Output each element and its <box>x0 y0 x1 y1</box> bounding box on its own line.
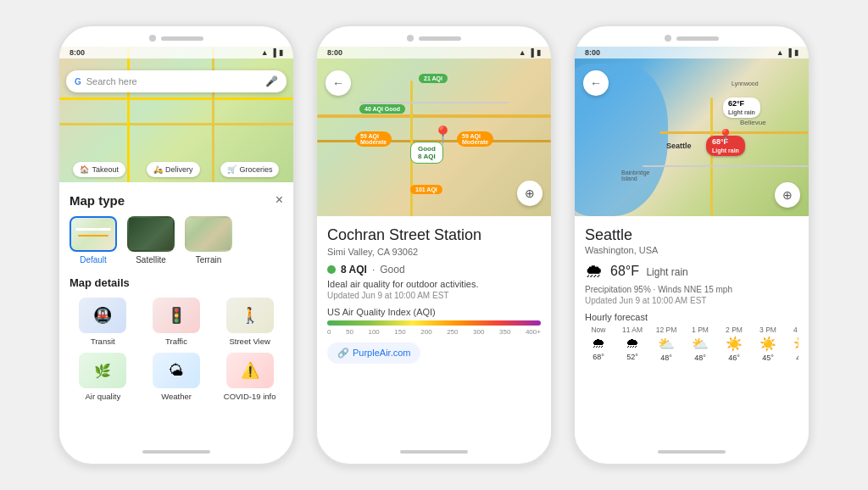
aqi-badge-21: 21 AQI <box>419 74 448 83</box>
phone3-wifi: ▲ <box>776 48 784 57</box>
phone2-bottom-bar <box>317 443 551 464</box>
seattle-label: Seattle <box>666 142 692 150</box>
phone3-map: 8:00 ▲ ▐ ▮ ← 62°FLight rain <box>575 47 809 216</box>
weather-info: 68°F Light rain <box>610 264 688 279</box>
detail-streetview[interactable]: 🚶 Street View <box>216 298 283 346</box>
phone1-time: 8:00 <box>70 48 85 57</box>
phone2-back-btn[interactable]: ← <box>326 70 351 96</box>
covid-thumb: ⚠️ <box>226 353 274 388</box>
phone1-bottom-bar <box>59 443 293 464</box>
airquality-thumb: 🌿 <box>79 353 126 388</box>
phone2-home-bar <box>400 450 468 454</box>
phone-3: 8:00 ▲ ▐ ▮ ← 62°FLight rain <box>573 25 810 465</box>
detail-transit[interactable]: 🚇 Transit <box>70 298 136 346</box>
aqi-scale-bar <box>327 320 541 326</box>
aqi-dot <box>327 265 336 274</box>
hourly-section: Hourly forecast Now 🌧 68° 11 AM 🌧 52° <box>585 312 798 362</box>
hourly-item-1: 11 AM 🌧 52° <box>619 326 646 362</box>
streetview-icon: 🚶 <box>241 306 259 325</box>
weather-detail-icon: 🌤 <box>169 362 184 380</box>
airquality-label: Air quality <box>85 392 120 401</box>
hourly-item-3: 1 PM ⛅ 48° <box>687 326 714 362</box>
weather-main: 🌧 68°F Light rain <box>585 260 798 282</box>
hourly-item-4: 2 PM ☀️ 46° <box>721 326 748 362</box>
phone3-status-icons: ▲ ▐ ▮ <box>776 48 798 57</box>
temp-badge-62: 62°FLight rain <box>723 97 760 118</box>
aqi-quality: Good <box>380 264 404 276</box>
transit-label: Transit <box>91 337 115 346</box>
takeout-btn[interactable]: 🏠 Takeout <box>73 162 125 177</box>
hourly-label: Hourly forecast <box>585 312 798 322</box>
weather-temp: 68°F Light rain <box>610 264 688 278</box>
traffic-icon: 🚦 <box>167 306 186 325</box>
weather-label: Weather <box>161 392 192 401</box>
terrain-label: Terrain <box>196 255 222 264</box>
weather-details: Precipitation 95% · Winds NNE 15 mph <box>585 285 798 294</box>
takeout-label: Takeout <box>92 165 119 174</box>
phone3-bottom-bar <box>575 443 809 464</box>
phone3-camera <box>665 35 671 42</box>
hourly-item-6: 4 PM ☀️ 45° <box>788 326 798 362</box>
satellite-label: Satellite <box>136 255 166 264</box>
purpleair-icon: 🔗 <box>337 348 349 359</box>
phone-2: 8:00 ▲ ▐ ▮ ← 21 AQI 40 AQI Good <box>315 25 553 465</box>
aqi-reading: 8 AQI · Good <box>327 264 541 276</box>
phone1-camera <box>149 35 156 42</box>
traffic-thumb: 🚦 <box>153 298 200 333</box>
delivery-label: Delivery <box>165 165 193 174</box>
weather-region: Washington, USA <box>585 245 798 255</box>
phone2-location-name: Cochran Street Station <box>327 226 541 245</box>
purpleair-text: PurpleAir.com <box>353 348 410 358</box>
aqi-badge-59-left: 59 AQIModerate <box>355 131 392 147</box>
purpleair-link[interactable]: 🔗 PurpleAir.com <box>327 342 420 364</box>
hourly-item-2: 12 PM ⛅ 48° <box>653 326 680 362</box>
transit-thumb: 🚇 <box>79 298 126 333</box>
phone3-back-btn[interactable]: ← <box>583 70 609 96</box>
default-thumb <box>70 216 117 252</box>
map-type-options: Default Satellite Terrain <box>70 216 283 264</box>
search-text: Search here <box>86 76 260 86</box>
google-logo: G <box>75 77 81 86</box>
delivery-btn[interactable]: 🛵 Delivery <box>147 162 200 177</box>
phone1-content: 8:00 ▲ ▐ ▮ G Search here 🎤 <box>59 47 293 443</box>
phone1-search-bar[interactable]: G Search here 🎤 <box>66 70 287 92</box>
streetview-label: Street View <box>229 337 270 346</box>
aqi-scale-numbers: 0 50 100 150 200 250 300 350 400+ <box>327 328 541 336</box>
hourly-item-5: 3 PM ☀️ 45° <box>754 326 782 362</box>
map-type-satellite[interactable]: Satellite <box>127 216 175 264</box>
phone2-status-icons: ▲ ▐ ▮ <box>519 48 541 57</box>
terrain-thumb <box>185 216 232 252</box>
phone3-time: 8:00 <box>585 48 600 57</box>
phone3-location-btn[interactable]: ⊕ <box>775 182 800 208</box>
detail-traffic[interactable]: 🚦 Traffic <box>143 298 210 346</box>
default-label: Default <box>80 255 107 264</box>
bellevue-label: Bellevue <box>740 119 766 126</box>
aqi-badge-40: 40 AQI Good <box>359 104 405 114</box>
rain-icon: 🌧 <box>585 260 604 282</box>
phone2-map-pin: 📍 <box>432 125 453 145</box>
phone3-status-bar: 8:00 ▲ ▐ ▮ <box>575 47 809 58</box>
detail-airquality[interactable]: 🌿 Air quality <box>70 353 136 401</box>
aqi-desc: Ideal air quality for outdoor activities… <box>327 279 541 289</box>
aqi-badge-101: 101 AQI <box>410 185 442 194</box>
close-button[interactable]: × <box>275 192 283 208</box>
phone3-map-pin: 📍 <box>717 128 734 144</box>
aqi-updated: Updated Jun 9 at 10:00 AM EST <box>327 291 541 300</box>
aqi-badge-59-right: 59 AQIModerate <box>457 131 493 147</box>
phone-1: 8:00 ▲ ▐ ▮ G Search here 🎤 <box>58 25 295 465</box>
phone2-signal: ▐ <box>529 48 534 57</box>
detail-covid[interactable]: ⚠️ COVID-19 info <box>216 353 283 401</box>
groceries-btn[interactable]: 🛒 Groceries <box>220 162 279 177</box>
phone1-home-bar <box>142 450 210 454</box>
groceries-icon: 🛒 <box>227 165 236 174</box>
panel-title: Map type <box>70 193 125 208</box>
weather-city: Seattle <box>585 226 798 244</box>
detail-weather[interactable]: 🌤 Weather <box>143 353 210 401</box>
takeout-icon: 🏠 <box>80 165 89 174</box>
map-type-default[interactable]: Default <box>70 216 117 264</box>
streetview-thumb: 🚶 <box>226 298 274 333</box>
map-type-terrain[interactable]: Terrain <box>185 216 232 264</box>
power-button <box>293 111 295 145</box>
phone2-location-btn[interactable]: ⊕ <box>517 181 542 206</box>
phone1-top-bar <box>59 26 293 47</box>
